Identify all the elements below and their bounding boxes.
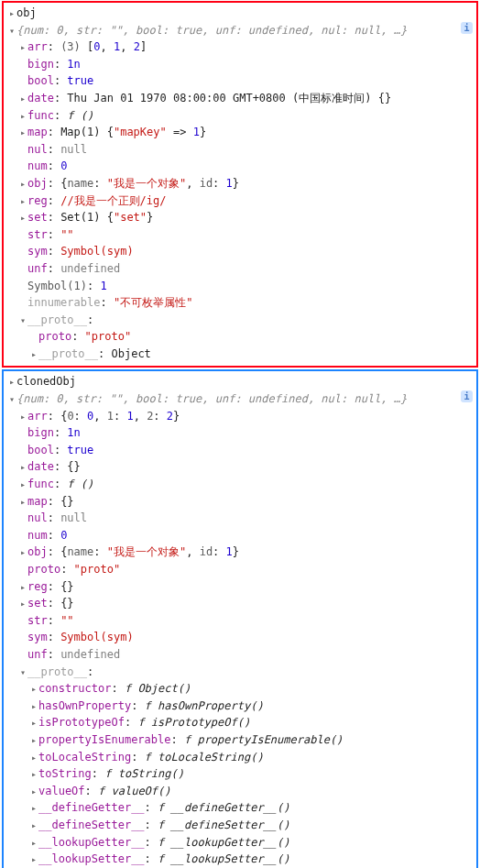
obj-symbol1[interactable]: Symbol(1): 1: [7, 278, 473, 295]
obj-bign[interactable]: bign: 1n: [7, 56, 473, 73]
proto-method[interactable]: toLocaleString: f toLocaleString(): [7, 749, 473, 766]
chevron-icon[interactable]: [18, 458, 27, 476]
chevron-icon[interactable]: [18, 408, 27, 425]
set-value: Set(1) {"set"}: [60, 211, 153, 224]
obj-summary-row[interactable]: {num: 0, str: "", bool: true, unf: undef…: [7, 22, 473, 39]
chevron-icon[interactable]: [29, 851, 38, 868]
clonedobj-variable-name: clonedObj: [16, 373, 76, 390]
c-proto-val[interactable]: proto: "proto": [7, 561, 473, 578]
chevron-icon[interactable]: [29, 680, 38, 698]
c-func[interactable]: func: f (): [7, 476, 473, 493]
obj-variable-name: obj: [16, 5, 37, 22]
obj-map[interactable]: map: Map(1) {"mapKey" => 1}: [7, 124, 473, 141]
c-obj[interactable]: obj: {name: "我是一个对象", id: 1}: [7, 544, 473, 561]
chevron-icon[interactable]: [18, 38, 27, 56]
chevron-icon[interactable]: [29, 834, 38, 852]
chevron-down-icon[interactable]: [7, 22, 16, 39]
chevron-icon[interactable]: [29, 783, 38, 800]
proto-method[interactable]: toString: f toString(): [7, 765, 473, 783]
chevron-icon[interactable]: [29, 799, 38, 817]
chevron-icon[interactable]: [18, 578, 27, 596]
obj-name-row[interactable]: obj: [7, 5, 473, 22]
obj-proto-proto[interactable]: proto: "proto": [7, 328, 473, 346]
obj-unf[interactable]: unf: undefined: [7, 260, 473, 278]
c-bool[interactable]: bool: true: [7, 442, 473, 459]
arr-value: {0: 0, 1: 1, 2: 2}: [60, 410, 180, 423]
c-str[interactable]: str: "": [7, 612, 473, 630]
chevron-icon[interactable]: [29, 749, 38, 766]
obj-panel: obj {num: 0, str: "", bool: true, unf: u…: [2, 1, 478, 368]
chevron-icon[interactable]: [18, 90, 27, 107]
chevron-icon[interactable]: [29, 731, 38, 749]
chevron-icon[interactable]: [18, 175, 27, 192]
obj-proto[interactable]: __proto__:: [7, 312, 473, 329]
obj-proto-proto-obj[interactable]: __proto__: Object: [7, 346, 473, 363]
c-set[interactable]: set: {}: [7, 595, 473, 612]
chevron-icon[interactable]: [29, 765, 38, 783]
chevron-icon[interactable]: [29, 346, 38, 363]
proto-method[interactable]: constructor: f Object(): [7, 680, 473, 698]
obj-arr[interactable]: arr: (3) [0, 1, 2]: [7, 38, 473, 56]
c-sym[interactable]: sym: Symbol(sym): [7, 629, 473, 646]
proto-method[interactable]: __lookupGetter__: f __lookupGetter__(): [7, 834, 473, 852]
c-reg[interactable]: reg: {}: [7, 578, 473, 596]
c-date[interactable]: date: {}: [7, 458, 473, 476]
proto-method[interactable]: isPrototypeOf: f isPrototypeOf(): [7, 714, 473, 731]
obj-num[interactable]: num: 0: [7, 158, 473, 175]
proto-method[interactable]: __defineSetter__: f __defineSetter__(): [7, 817, 473, 834]
obj-sym[interactable]: sym: Symbol(sym): [7, 243, 473, 260]
obj-set[interactable]: set: Set(1) {"set"}: [7, 209, 473, 226]
obj-func[interactable]: func: f (): [7, 107, 473, 125]
obj-obj[interactable]: obj: {name: "我是一个对象", id: 1}: [7, 175, 473, 192]
chevron-icon[interactable]: [29, 698, 38, 715]
obj-summary: {num: 0, str: "", bool: true, unf: undef…: [16, 22, 407, 39]
chevron-icon[interactable]: [29, 714, 38, 731]
chevron-down-icon[interactable]: [18, 664, 27, 681]
chevron-icon[interactable]: [18, 192, 27, 210]
chevron-icon[interactable]: [18, 124, 27, 141]
c-arr[interactable]: arr: {0: 0, 1: 1, 2: 2}: [7, 408, 473, 425]
c-nul[interactable]: nul: null: [7, 510, 473, 527]
chevron-icon[interactable]: [29, 817, 38, 834]
chevron-icon[interactable]: [18, 493, 27, 511]
obj-nul[interactable]: nul: null: [7, 141, 473, 159]
map-value: Map(1) {"mapKey" => 1}: [60, 126, 206, 138]
c-bign[interactable]: bign: 1n: [7, 424, 473, 442]
c-proto[interactable]: __proto__:: [7, 664, 473, 681]
chevron-icon[interactable]: [7, 5, 16, 22]
proto-method[interactable]: valueOf: f valueOf(): [7, 783, 473, 800]
chevron-icon[interactable]: [18, 209, 27, 226]
obj-str[interactable]: str: "": [7, 226, 473, 244]
clonedobj-summary: {num: 0, str: "", bool: true, unf: undef…: [16, 390, 407, 408]
chevron-icon[interactable]: [18, 544, 27, 561]
proto-method[interactable]: hasOwnProperty: f hasOwnProperty(): [7, 698, 473, 715]
c-unf[interactable]: unf: undefined: [7, 646, 473, 664]
proto-method[interactable]: __lookupSetter__: f __lookupSetter__(): [7, 851, 473, 868]
clonedobj-summary-row[interactable]: {num: 0, str: "", bool: true, unf: undef…: [7, 390, 473, 408]
chevron-icon[interactable]: [18, 595, 27, 612]
clonedobj-name-row[interactable]: clonedObj: [7, 373, 473, 390]
info-icon[interactable]: i: [461, 22, 473, 34]
chevron-icon[interactable]: [18, 107, 27, 125]
obj-date[interactable]: date: Thu Jan 01 1970 08:00:00 GMT+0800 …: [7, 90, 473, 107]
proto-method[interactable]: __defineGetter__: f __defineGetter__(): [7, 799, 473, 817]
clonedobj-panel: clonedObj {num: 0, str: "", bool: true, …: [2, 369, 478, 868]
obj-bool[interactable]: bool: true: [7, 72, 473, 90]
info-icon[interactable]: i: [461, 390, 473, 402]
chevron-icon[interactable]: [18, 476, 27, 493]
c-num[interactable]: num: 0: [7, 527, 473, 544]
arr-values: [0, 1, 2]: [87, 40, 147, 53]
obj-reg[interactable]: reg: //我是一个正则/ig//我是一个正则/ig/: [7, 192, 473, 210]
proto-method[interactable]: propertyIsEnumerable: f propertyIsEnumer…: [7, 731, 473, 749]
chevron-icon[interactable]: [7, 373, 16, 390]
chevron-down-icon[interactable]: [7, 390, 16, 408]
c-map[interactable]: map: {}: [7, 493, 473, 511]
chevron-down-icon[interactable]: [18, 312, 27, 329]
obj-innumerable[interactable]: innumerable: "不可枚举属性": [7, 294, 473, 312]
